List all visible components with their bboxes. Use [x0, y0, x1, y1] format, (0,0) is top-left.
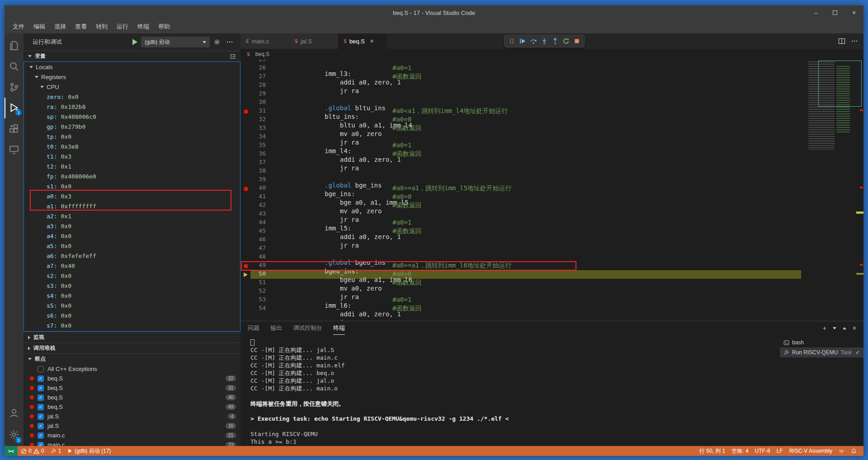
code-line[interactable]: 35 addi a0, zero, 1 #a0=1: [241, 141, 806, 150]
breakpoint-row[interactable]: ✓ beq.S 31: [24, 383, 241, 393]
indentation[interactable]: 空格: 4: [728, 446, 751, 456]
code-line[interactable]: 52 imm_l6:: [241, 287, 806, 296]
breakpoint-gutter[interactable]: [241, 90, 250, 99]
start-debug-icon[interactable]: [132, 39, 137, 45]
breakpoint-checkbox[interactable]: ✓: [38, 432, 44, 439]
launch-config-dropdown[interactable]: (gdb) 启动: [141, 37, 210, 47]
breakpoint-gutter[interactable]: [241, 305, 250, 313]
breakpoint-gutter[interactable]: [241, 60, 250, 64]
code-line[interactable]: 27 jr ra #函数返回: [241, 73, 806, 81]
menu-item[interactable]: 运行: [112, 22, 133, 32]
breakpoints-section-header[interactable]: 断点: [24, 353, 241, 364]
code-line[interactable]: 37: [241, 159, 806, 167]
breakpoint-row[interactable]: ✓ main.c 23: [24, 440, 241, 446]
variable-row[interactable]: s1: 0x0: [24, 181, 240, 191]
variable-row[interactable]: gp: 0x279b0: [24, 122, 240, 131]
panel-tab[interactable]: 终端: [333, 321, 345, 335]
terminal-list-item-task[interactable]: Run RISCV-QEMU Task ✓: [780, 347, 863, 357]
breakpoint-checkbox[interactable]: ✓: [38, 423, 44, 429]
code-line[interactable]: 49 bgeu a0, a1, imm_l6 #a0>=a1，跳转到imm_l6…: [241, 262, 806, 270]
feedback-icon[interactable]: [835, 446, 848, 456]
maximize-button[interactable]: [826, 5, 844, 20]
panel-tab[interactable]: 输出: [270, 321, 282, 335]
menu-item[interactable]: 文件: [8, 22, 29, 32]
variable-row[interactable]: t2: 0x1: [24, 161, 240, 171]
toolbar-drag-handle[interactable]: [506, 36, 517, 47]
panel-tab[interactable]: 调试控制台: [293, 321, 322, 335]
code-line[interactable]: 33 jr ra #函数返回: [241, 124, 806, 133]
bell-icon[interactable]: [848, 446, 860, 456]
variable-row[interactable]: a4: 0x0: [24, 231, 240, 241]
breadcrumb-file[interactable]: beq.S: [255, 51, 269, 57]
step-over-button[interactable]: [528, 36, 539, 47]
code-line[interactable]: 41 mv a0, zero #a0=0: [241, 193, 806, 202]
variable-row[interactable]: fp: 0x408006e0: [24, 171, 240, 181]
explorer-icon[interactable]: [5, 35, 24, 56]
variable-row[interactable]: t0: 0x3e8: [24, 141, 240, 151]
breakpoint-gutter[interactable]: [241, 116, 250, 124]
source-control-icon[interactable]: [5, 77, 24, 98]
encoding[interactable]: UTF-8: [752, 446, 774, 456]
code-line[interactable]: 28: [241, 81, 806, 90]
editor-tab[interactable]: S beq.S ×: [338, 33, 387, 49]
breakpoint-gutter[interactable]: [241, 81, 250, 90]
stop-button[interactable]: [571, 36, 582, 47]
breakpoint-gutter[interactable]: [241, 176, 250, 184]
breakpoint-gutter[interactable]: [241, 253, 250, 262]
minimize-button[interactable]: –: [807, 5, 826, 20]
menu-item[interactable]: 帮助: [154, 22, 175, 32]
variable-row[interactable]: Registers: [24, 72, 240, 82]
code-line[interactable]: 54 jr ra #函数返回: [241, 305, 806, 313]
breakpoint-checkbox[interactable]: ✓: [38, 376, 44, 382]
new-terminal-icon[interactable]: +: [823, 324, 826, 332]
code-line[interactable]: 36 jr ra #函数返回: [241, 150, 806, 159]
code-line[interactable]: 39 bge_ins:: [241, 176, 806, 184]
code-line[interactable]: 53 addi a0, zero, 1 #a0=1: [241, 296, 806, 305]
breakpoint-row[interactable]: ✓ beq.S 22: [24, 374, 241, 383]
code-line[interactable]: 45 jr ra #函数返回: [241, 227, 806, 236]
search-icon[interactable]: [5, 56, 24, 77]
breakpoint-gutter[interactable]: [241, 107, 250, 116]
breakpoint-checkbox[interactable]: ✓: [38, 394, 44, 401]
code-line[interactable]: 38 .global bge_ins: [241, 167, 806, 176]
breakpoint-gutter[interactable]: [241, 64, 250, 73]
step-out-button[interactable]: [550, 36, 561, 47]
breakpoint-gutter[interactable]: [241, 184, 250, 193]
editor-tab[interactable]: C main.c: [241, 33, 289, 49]
code-line[interactable]: 26 addi a0, zero, 1 #a0=1: [241, 64, 806, 73]
code-line[interactable]: 31 bltu a0, a1, imm_l4 #a0<a1，跳转到imm_l4地…: [241, 107, 806, 116]
editor-tab[interactable]: S jal.S: [289, 33, 338, 49]
breakpoint-gutter[interactable]: [241, 99, 250, 107]
breakpoint-gutter[interactable]: [241, 244, 250, 253]
eol-sequence[interactable]: LF: [774, 446, 786, 456]
breakpoint-gutter[interactable]: [241, 193, 250, 202]
variables-tree[interactable]: Locals Registers CPU: [24, 61, 241, 332]
variable-row[interactable]: t1: 0x3: [24, 151, 240, 161]
language-mode[interactable]: RISC-V Assembly: [786, 446, 835, 456]
breakpoint-checkbox[interactable]: ✓: [38, 385, 44, 391]
breakpoint-gutter[interactable]: [241, 124, 250, 133]
breakpoint-checkbox[interactable]: ✓: [38, 442, 44, 446]
breakpoint-gutter[interactable]: [241, 279, 250, 287]
variable-row[interactable]: a7: 0x40: [24, 261, 240, 271]
code-line[interactable]: 44 addi a0, zero, 1 #a0=1: [241, 219, 806, 227]
breakpoint-checkbox[interactable]: ✓: [38, 413, 44, 420]
code-line[interactable]: 43 imm_l5:: [241, 210, 806, 219]
variable-row[interactable]: s7: 0x0: [24, 320, 240, 330]
breakpoint-checkbox[interactable]: ✓: [38, 404, 44, 410]
remote-indicator[interactable]: ><: [5, 446, 18, 456]
code-line[interactable]: 46: [241, 236, 806, 244]
menu-item[interactable]: 选择: [50, 22, 71, 32]
cursor-position[interactable]: 行 50, 列 1: [696, 446, 728, 456]
variable-row[interactable]: Locals: [24, 62, 240, 72]
close-panel-icon[interactable]: ×: [853, 324, 856, 332]
restart-button[interactable]: [561, 36, 571, 47]
step-into-button[interactable]: [539, 36, 550, 47]
breakpoint-gutter[interactable]: [241, 219, 250, 227]
breakpoint-gutter[interactable]: [241, 141, 250, 150]
variable-row[interactable]: tp: 0x0: [24, 131, 240, 141]
debug-session-status[interactable]: (gdb) 启动 (17): [64, 446, 114, 456]
breakpoint-gutter[interactable]: [241, 236, 250, 244]
call-stack-section-header[interactable]: 调用堆栈: [24, 343, 241, 353]
split-editor-icon[interactable]: [838, 38, 845, 45]
